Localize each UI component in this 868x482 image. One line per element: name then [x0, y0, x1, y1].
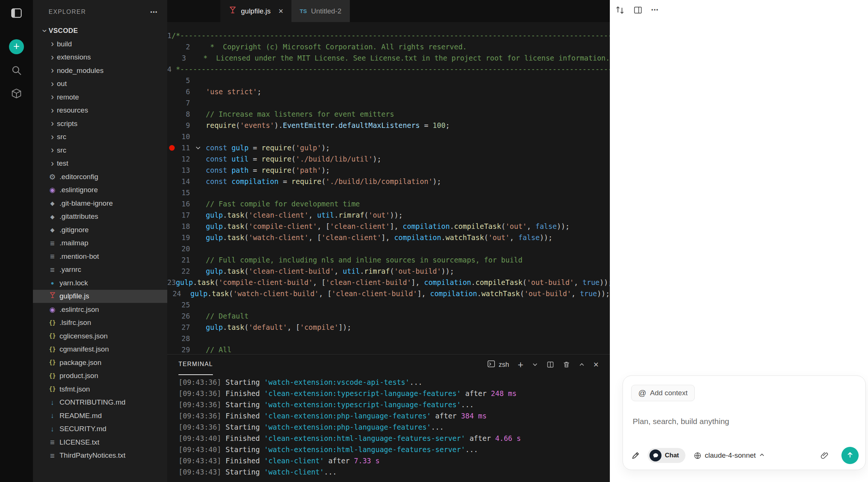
tree-item-label: gulpfile.js [59, 292, 89, 300]
editor-more-actions-icon[interactable]: ··· [651, 5, 658, 15]
tree-file-.gitattributes[interactable]: ◆.gitattributes [33, 210, 167, 224]
terminal-output[interactable]: [09:43:36] Starting 'watch-extension:vsc… [167, 375, 610, 479]
send-button[interactable] [841, 447, 859, 464]
line-number: 1 [167, 31, 171, 40]
tab-bar: gulpfile.js×TSUntitled-2 [167, 0, 610, 22]
git-file-icon: ◆ [50, 200, 55, 206]
tree-file-tsfmt.json[interactable]: {}tsfmt.json [33, 383, 167, 396]
chevron-right-icon: › [48, 40, 57, 48]
tree-file-.mention-bot[interactable]: ≡.mention-bot [33, 250, 167, 263]
chat-input-card: @ Add context Plan, search, build anythi… [623, 375, 866, 470]
line-number: 27 [176, 323, 190, 331]
code-text: gulp.task('default', ['compile']); [206, 323, 351, 331]
tree-file-ThirdPartyNotices.txt[interactable]: ≡ThirdPartyNotices.txt [33, 449, 167, 463]
terminal-tab[interactable]: TERMINAL [178, 354, 213, 375]
fold-chevron-icon[interactable] [190, 145, 206, 151]
tree-file-yarn.lock[interactable]: ●yarn.lock [33, 276, 167, 290]
package-button[interactable] [9, 87, 24, 101]
tree-file-.eslintignore[interactable]: ◉.eslintignore [33, 184, 167, 197]
split-terminal-icon[interactable] [547, 361, 554, 368]
tree-item-label: .mailmap [59, 239, 88, 247]
tree-item-label: cgmanifest.json [59, 345, 109, 353]
chat-input-placeholder[interactable]: Plan, search, build anything [633, 417, 729, 426]
tree-folder-test[interactable]: ›test [33, 157, 167, 171]
code-text: * Licensed under the MIT License. See Li… [199, 54, 610, 62]
chat-toolbar: Chat claude-4-sonnet [631, 447, 859, 464]
tree-folder-resources[interactable]: ›resources [33, 104, 167, 117]
new-session-button[interactable]: + [9, 39, 24, 54]
close-tab-icon[interactable]: × [278, 7, 283, 15]
toggle-sidebar-button[interactable] [8, 6, 25, 22]
code-line: 11const gulp = require('gulp'); [167, 142, 610, 153]
tab-Untitled-2[interactable]: TSUntitled-2 [291, 0, 350, 22]
kill-terminal-icon[interactable] [563, 361, 570, 368]
chat-mode-toggle[interactable]: Chat [648, 448, 685, 463]
tree-file-CONTRIBUTING.md[interactable]: ↓CONTRIBUTING.md [33, 396, 167, 409]
chat-bubble-icon [650, 449, 661, 461]
compose-button[interactable] [631, 451, 640, 460]
git-file-icon: ◆ [50, 227, 55, 233]
more-actions-icon[interactable]: ··· [150, 7, 158, 17]
tree-file-.lsifrc.json[interactable]: {}.lsifrc.json [33, 316, 167, 330]
tree-folder-extensions[interactable]: ›extensions [33, 51, 167, 64]
tree-item-label: src [57, 133, 66, 141]
code-line: 4 *-------------------------------------… [167, 64, 610, 75]
line-number: 11 [176, 144, 190, 152]
add-context-button[interactable]: @ Add context [631, 385, 695, 401]
terminal-line: [09:43:40] Finished 'clean-extension:htm… [178, 434, 610, 445]
chevron-right-icon: › [48, 106, 57, 115]
tree-file-README.md[interactable]: ↓README.md [33, 409, 167, 423]
maximize-panel-icon[interactable] [579, 362, 585, 368]
tab-gulpfile.js[interactable]: gulpfile.js× [220, 0, 291, 22]
json-file-icon: {} [49, 360, 56, 365]
tree-folder-src[interactable]: ›src [33, 144, 167, 157]
tree-item-label: LICENSE.txt [59, 438, 100, 446]
tree-file-.mailmap[interactable]: ≡.mailmap [33, 237, 167, 250]
shell-selector[interactable]: zsh [487, 360, 509, 370]
tree-file-.yarnrc[interactable]: ≡.yarnrc [33, 263, 167, 277]
tree-file-cglicenses.json[interactable]: {}cglicenses.json [33, 329, 167, 343]
close-panel-icon[interactable]: × [593, 360, 599, 369]
tree-file-.eslintrc.json[interactable]: ◉.eslintrc.json [33, 303, 167, 316]
tree-item-label: SECURITY.md [59, 425, 106, 433]
terminal-line: [09:43:36] Finished 'clean-extension:typ… [178, 389, 610, 400]
tree-folder-build[interactable]: ›build [33, 37, 167, 51]
tree-item-label: package.json [59, 359, 101, 367]
json-file-icon: {} [49, 347, 56, 352]
code-editor[interactable]: 1/*-------------------------------------… [167, 22, 610, 354]
tree-file-product.json[interactable]: {}product.json [33, 369, 167, 383]
tree-file-cgmanifest.json[interactable]: {}cgmanifest.json [33, 343, 167, 356]
code-text: *---------------------------------------… [171, 65, 610, 73]
tree-file-.git-blame-ignore[interactable]: ◆.git-blame-ignore [33, 197, 167, 210]
tree-file-LICENSE.txt[interactable]: ≡LICENSE.txt [33, 436, 167, 449]
tree-folder-remote[interactable]: ›remote [33, 90, 167, 104]
code-line: 13const path = require('path'); [167, 165, 610, 176]
tree-file-gulpfile.js[interactable]: gulpfile.js [33, 290, 167, 303]
tree-folder-scripts[interactable]: ›scripts [33, 117, 167, 131]
code-line: 27gulp.task('default', ['compile']); [167, 322, 610, 333]
search-button[interactable] [9, 64, 24, 78]
tree-file-SECURITY.md[interactable]: ↓SECURITY.md [33, 423, 167, 436]
search-icon [11, 65, 22, 77]
model-selector[interactable]: claude-4-sonnet [694, 451, 765, 460]
tree-file-package.json[interactable]: {}package.json [33, 356, 167, 369]
tree-root-vscode[interactable]: › VSCODE [33, 24, 167, 37]
tree-folder-src[interactable]: ›src [33, 131, 167, 144]
activity-bar: + [0, 0, 33, 482]
code-text: const path = require('path'); [206, 166, 330, 174]
tree-file-.editorconfig[interactable]: ⚙.editorconfig [33, 170, 167, 184]
breakpoint-dot[interactable] [167, 145, 176, 151]
tree-file-.gitignore[interactable]: ◆.gitignore [33, 223, 167, 237]
attach-file-button[interactable] [820, 451, 829, 460]
line-number: 19 [176, 233, 190, 242]
split-editor-icon[interactable] [633, 5, 643, 15]
terminal-line: [09:43:40] Starting 'watch-extension:htm… [178, 445, 610, 457]
terminal-line: [09:43:36] Starting 'watch-extension:vsc… [178, 378, 610, 389]
tree-folder-node_modules[interactable]: ›node_modules [33, 64, 167, 77]
tree-folder-out[interactable]: ›out [33, 77, 167, 91]
compare-changes-icon[interactable] [615, 5, 625, 15]
new-terminal-button[interactable]: + [518, 360, 523, 369]
code-text: const util = require('./build/lib/util')… [206, 155, 381, 163]
terminal-dropdown-icon[interactable] [532, 362, 538, 368]
line-number: 6 [176, 88, 190, 96]
